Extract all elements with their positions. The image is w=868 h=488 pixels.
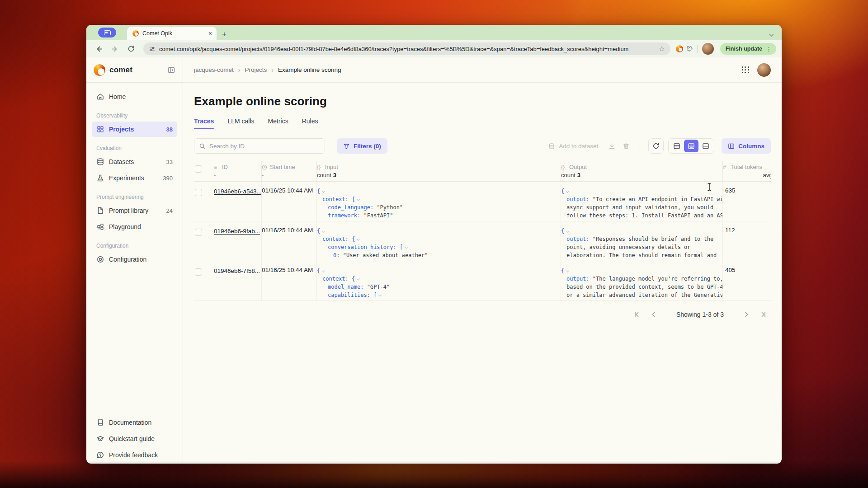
row-height-small-button[interactable]	[670, 140, 684, 152]
first-page-button[interactable]	[630, 308, 643, 321]
json-value: based on the provided context, seems to …	[566, 284, 723, 290]
select-all-checkbox[interactable]	[195, 165, 202, 173]
sidebar-item-prompt-library[interactable]: Prompt library 24	[92, 203, 177, 218]
row-start-time-cell: 01/16/25 10:44 AM	[262, 182, 317, 221]
row-height-medium-button[interactable]	[684, 140, 698, 152]
row-checkbox[interactable]	[195, 189, 202, 196]
breadcrumb-workspace[interactable]: jacques-comet	[194, 66, 234, 73]
row-input-cell: {context: {conversation_history: [0: "Us…	[317, 221, 561, 261]
breadcrumb-bar: jacques-comet › Projects › Example onlin…	[183, 57, 782, 83]
json-value: point, avoiding unnecessary details or	[566, 244, 691, 250]
last-page-button[interactable]	[757, 308, 770, 321]
trace-id-link[interactable]: 01946eb6-7f58...	[214, 267, 260, 274]
json-value: "Responses should be brief and to the	[593, 236, 713, 242]
site-settings-icon[interactable]	[149, 46, 156, 52]
sidebar-item-label: Provide feedback	[109, 451, 158, 459]
expand-chevron-icon[interactable]	[566, 230, 569, 233]
bookmark-star-icon[interactable]: ☆	[659, 45, 665, 53]
header-total-tokens[interactable]: #Total tokens avg38	[723, 161, 771, 181]
sidebar-item-documentation[interactable]: Documentation	[92, 415, 177, 430]
sidebar-item-playground[interactable]: Playground	[92, 219, 177, 235]
expand-chevron-icon[interactable]	[378, 294, 382, 297]
tab-group-pill[interactable]	[98, 28, 116, 38]
apps-grid-icon[interactable]	[742, 66, 749, 74]
tab-llm-calls[interactable]: LLM calls	[227, 117, 254, 129]
toolbar-divider	[697, 45, 698, 53]
row-input-cell: {context: {code_language: "Python"framew…	[317, 182, 561, 221]
filters-button[interactable]: Filters (0)	[337, 138, 387, 154]
delete-button[interactable]	[619, 139, 633, 153]
traces-table: ≡ID - Start time - {}Input count3 {}Ou	[194, 161, 771, 301]
tab-metrics[interactable]: Metrics	[268, 117, 288, 129]
browser-menu-icon[interactable]: ⋮	[766, 46, 772, 52]
sidebar-item-feedback[interactable]: Provide feedback	[92, 447, 177, 463]
header-start-time[interactable]: Start time -	[262, 161, 317, 181]
comet-logo-icon	[94, 64, 105, 76]
browser-profile-avatar[interactable]	[702, 43, 714, 55]
expand-chevron-icon[interactable]	[357, 198, 360, 201]
json-tree: {context: {code_language: "Python"framew…	[317, 187, 557, 220]
new-tab-button[interactable]: +	[222, 30, 226, 38]
user-avatar[interactable]	[757, 63, 771, 77]
table-row[interactable]: 01946eb6-7f58...01/16/25 10:44 AM{contex…	[194, 261, 771, 301]
finish-update-button[interactable]: Finish update ⋮	[720, 43, 776, 55]
sidebar-item-projects[interactable]: Projects 38	[92, 122, 177, 137]
table-row[interactable]: 01946eb6-a543...01/16/25 10:44 AM{contex…	[194, 182, 771, 221]
json-key: capabilities: [	[328, 292, 377, 298]
json-value: elaboration. The tone should remain form…	[566, 252, 717, 258]
row-height-large-button[interactable]	[698, 140, 713, 152]
sidebar: comet Home Observability Projects 38	[86, 57, 183, 464]
trace-id-link[interactable]: 01946eb6-a543...	[214, 188, 262, 195]
tab-search-chevron-icon[interactable]	[770, 29, 774, 34]
download-button[interactable]	[604, 139, 619, 153]
prompt-library-count-badge: 24	[166, 207, 173, 214]
sidebar-item-home[interactable]: Home	[92, 89, 177, 104]
row-checkbox[interactable]	[195, 229, 202, 236]
expand-chevron-icon[interactable]	[322, 190, 325, 193]
expand-chevron-icon[interactable]	[357, 238, 360, 241]
add-to-dataset-button[interactable]: Add to dataset	[548, 143, 598, 150]
json-line: {	[317, 227, 557, 235]
comet-extension-icon[interactable]	[676, 45, 683, 52]
url-bar[interactable]: comet.com/opik/jacques-comet/projects/01…	[143, 42, 670, 55]
tab-traces[interactable]: Traces	[194, 117, 214, 129]
expand-chevron-icon[interactable]	[322, 269, 325, 272]
json-key: output:	[566, 236, 593, 242]
url-text[interactable]: comet.com/opik/jacques-comet/projects/01…	[159, 46, 655, 52]
forward-button[interactable]	[108, 42, 122, 56]
sidebar-item-label: Experiments	[109, 174, 144, 182]
extensions-puzzle-icon[interactable]	[686, 46, 693, 52]
expand-chevron-icon[interactable]	[357, 277, 360, 281]
sidebar-collapse-icon[interactable]	[167, 66, 175, 74]
home-icon	[96, 93, 104, 101]
browser-tab-active[interactable]: Comet Opik ×	[127, 27, 217, 40]
refresh-button[interactable]	[649, 139, 663, 153]
expand-chevron-icon[interactable]	[566, 190, 569, 193]
sidebar-item-quickstart[interactable]: Quickstart guide	[92, 431, 177, 446]
sidebar-item-datasets[interactable]: Datasets 33	[92, 154, 177, 169]
breadcrumb-projects[interactable]: Projects	[245, 66, 267, 73]
json-line: context: {	[317, 195, 557, 203]
browser-toolbar: comet.com/opik/jacques-comet/projects/01…	[86, 40, 782, 57]
trace-id-link[interactable]: 01946eb6-9fab...	[214, 228, 260, 235]
row-checkbox[interactable]	[195, 268, 202, 276]
next-page-button[interactable]	[740, 308, 753, 321]
back-button[interactable]	[92, 42, 105, 56]
sidebar-item-experiments[interactable]: Experiments 390	[92, 170, 177, 186]
expand-chevron-icon[interactable]	[322, 230, 325, 233]
prev-page-button[interactable]	[647, 308, 660, 321]
header-output[interactable]: {}Output count3	[561, 161, 723, 181]
close-tab-icon[interactable]: ×	[208, 30, 212, 37]
reload-button[interactable]	[124, 42, 138, 56]
tab-rules[interactable]: Rules	[302, 117, 318, 129]
sidebar-item-configuration[interactable]: Configuration	[92, 252, 177, 267]
expand-chevron-icon[interactable]	[405, 246, 408, 249]
sidebar-item-label: Projects	[109, 126, 134, 133]
table-row[interactable]: 01946eb6-9fab...01/16/25 10:44 AM{contex…	[194, 221, 771, 261]
search-box[interactable]	[194, 138, 325, 154]
columns-button[interactable]: Columns	[722, 138, 771, 154]
expand-chevron-icon[interactable]	[566, 269, 569, 272]
search-input[interactable]	[209, 143, 320, 150]
header-id[interactable]: ≡ID -	[214, 161, 262, 181]
header-input[interactable]: {}Input count3	[317, 161, 561, 181]
